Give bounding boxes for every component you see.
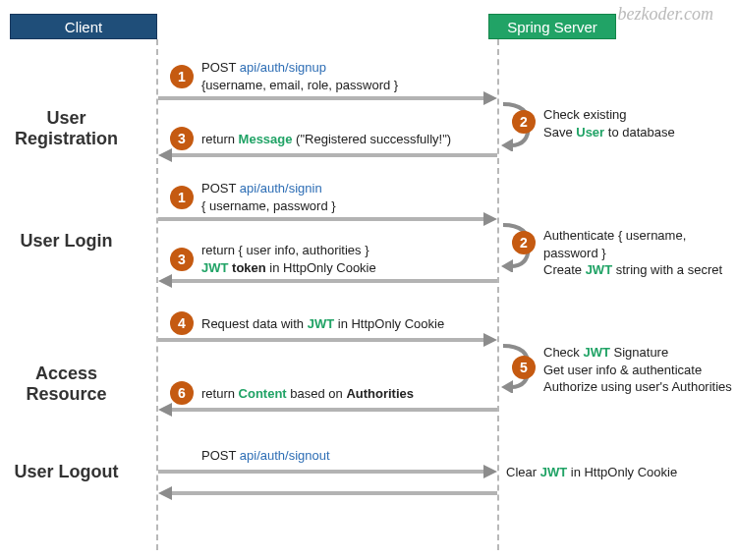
msg-login-2: Authenticate { username, password } Crea… — [543, 227, 737, 279]
watermark: bezkoder.com — [618, 4, 713, 25]
svg-marker-2 — [501, 380, 513, 393]
step-3: 3 — [170, 127, 194, 150]
step-2: 2 — [512, 110, 536, 134]
msg-access-4: Request data with JWT in HttpOnly Cookie — [201, 315, 444, 333]
step-2b: 2 — [512, 231, 536, 254]
section-registration: User Registration — [0, 108, 133, 148]
lifeline-client — [156, 39, 158, 550]
step-1b: 1 — [170, 186, 194, 209]
msg-reg-3: return Message ("Registered successfully… — [201, 131, 451, 148]
actor-client: Client — [10, 14, 157, 39]
msg-access-5: Check JWT Signature Get user info & auth… — [543, 344, 732, 396]
msg-access-6: return Content based on Authorities — [201, 385, 414, 403]
section-login: User Login — [0, 231, 133, 252]
msg-logout-resp: Clear JWT in HttpOnly Cookie — [506, 464, 677, 481]
step-6: 6 — [170, 381, 194, 405]
msg-reg-1: POST api/auth/signup {username, email, r… — [201, 59, 398, 93]
msg-reg-2: Check existing Save User to database — [543, 106, 675, 140]
step-3b: 3 — [170, 248, 194, 271]
step-4: 4 — [170, 311, 194, 335]
svg-marker-1 — [501, 259, 513, 272]
msg-login-1: POST api/auth/signin { username, passwor… — [201, 180, 336, 214]
svg-marker-0 — [501, 139, 513, 151]
step-1: 1 — [170, 65, 194, 88]
step-5: 5 — [512, 356, 536, 379]
msg-login-3: return { user info, authorities } JWT to… — [201, 242, 376, 276]
section-access: Access Resource — [0, 364, 133, 404]
msg-logout-req: POST api/auth/signout — [201, 447, 330, 465]
actor-server: Spring Server — [488, 14, 616, 39]
section-logout: User Logout — [0, 462, 133, 482]
